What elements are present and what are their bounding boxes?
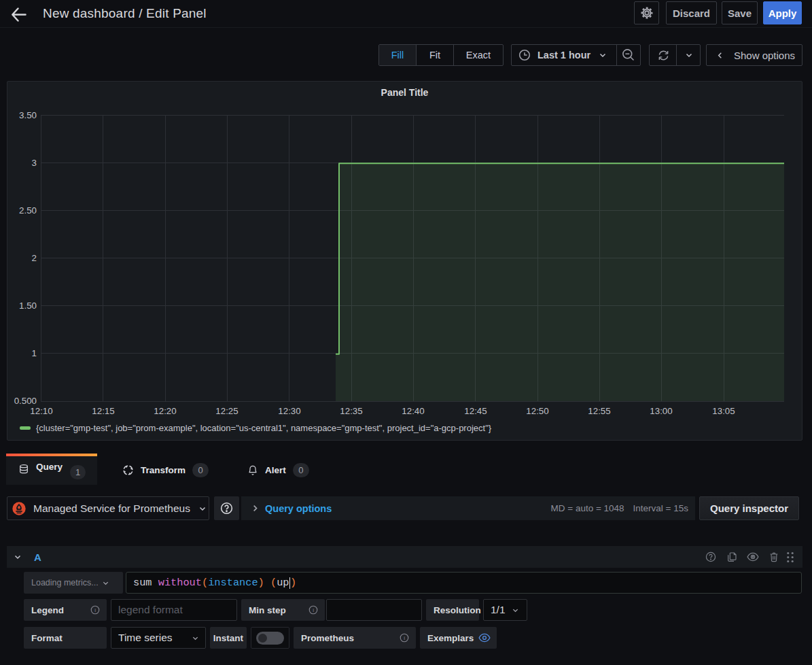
svg-text:3.50: 3.50 [19, 110, 37, 120]
svg-text:12:15: 12:15 [92, 406, 114, 416]
svg-text:12:10: 12:10 [30, 406, 52, 416]
svg-text:12:35: 12:35 [340, 406, 362, 416]
svg-text:12:55: 12:55 [588, 406, 610, 416]
svg-text:i: i [94, 607, 96, 613]
svg-text:1.50: 1.50 [19, 301, 37, 311]
svg-text:12:50: 12:50 [526, 406, 548, 416]
svg-text:13:05: 13:05 [712, 406, 735, 416]
svg-text:12:40: 12:40 [402, 406, 424, 416]
svg-text:12:20: 12:20 [154, 406, 176, 416]
svg-text:2: 2 [32, 253, 37, 263]
svg-text:2.50: 2.50 [19, 205, 37, 216]
svg-text:12:45: 12:45 [464, 406, 487, 416]
svg-text:3: 3 [32, 158, 37, 168]
svg-text:12:30: 12:30 [278, 406, 300, 416]
svg-text:i: i [313, 607, 314, 613]
svg-text:0.500: 0.500 [14, 396, 37, 406]
svg-text:i: i [404, 635, 405, 641]
svg-text:12:25: 12:25 [215, 406, 238, 416]
svg-text:1: 1 [32, 348, 37, 358]
svg-text:13:00: 13:00 [650, 406, 672, 416]
